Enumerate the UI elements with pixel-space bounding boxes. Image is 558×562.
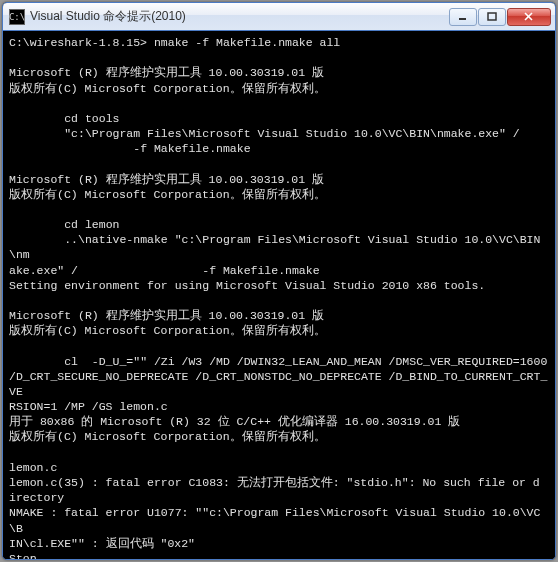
output-line: 版权所有(C) Microsoft Corporation。保留所有权利。 [9,188,326,201]
command-text: nmake -f Makefile.nmake all [147,36,340,49]
output-line: Microsoft (R) 程序维护实用工具 10.00.30319.01 版 [9,66,324,79]
output-line: ..\native-nmake "c:\Program Files\Micros… [9,233,540,261]
output-line: Stop. [9,552,44,559]
output-line: cd tools [9,112,119,125]
output-line: 版权所有(C) Microsoft Corporation。保留所有权利。 [9,82,326,95]
output-line: -f Makefile.nmake [9,142,251,155]
output-line: cl -D_U_="" /Zi /W3 /MD /DWIN32_LEAN_AND… [9,355,547,368]
output-line: 用于 80x86 的 Microsoft (R) 32 位 C/C++ 优化编译… [9,415,460,428]
output-line: 版权所有(C) Microsoft Corporation。保留所有权利。 [9,430,326,443]
output-line: cd lemon [9,218,119,231]
output-line: RSION=1 /MP /GS lemon.c [9,400,168,413]
output-line: NMAKE : fatal error U1077: ""c:\Program … [9,506,540,534]
output-line: lemon.c(35) : fatal error C1083: 无法打开包括文… [9,476,540,489]
output-line: Setting environment for using Microsoft … [9,279,485,292]
maximize-button[interactable] [478,8,506,26]
output-line: ake.exe" / -f Makefile.nmake [9,264,320,277]
output-line: /D_CRT_SECURE_NO_DEPRECATE /D_CRT_NONSTD… [9,370,547,398]
terminal-output[interactable]: C:\wireshark-1.8.15> nmake -f Makefile.n… [3,31,555,559]
app-icon: C:\ [9,9,25,25]
output-line: IN\cl.EXE"" : 返回代码 "0x2" [9,537,195,550]
window-title: Visual Studio 命令提示(2010) [30,8,449,25]
output-line: Microsoft (R) 程序维护实用工具 10.00.30319.01 版 [9,173,324,186]
titlebar[interactable]: C:\ Visual Studio 命令提示(2010) [3,3,555,31]
output-line: "c:\Program Files\Microsoft Visual Studi… [9,127,520,140]
output-line: 版权所有(C) Microsoft Corporation。保留所有权利。 [9,324,326,337]
minimize-button[interactable] [449,8,477,26]
output-line: lemon.c [9,461,57,474]
close-button[interactable] [507,8,551,26]
console-window: C:\ Visual Studio 命令提示(2010) C:\wireshar… [2,2,556,560]
window-controls [449,8,551,26]
output-line: Microsoft (R) 程序维护实用工具 10.00.30319.01 版 [9,309,324,322]
output-line: irectory [9,491,64,504]
prompt: C:\wireshark-1.8.15> [9,36,147,49]
svg-rect-1 [488,13,496,20]
